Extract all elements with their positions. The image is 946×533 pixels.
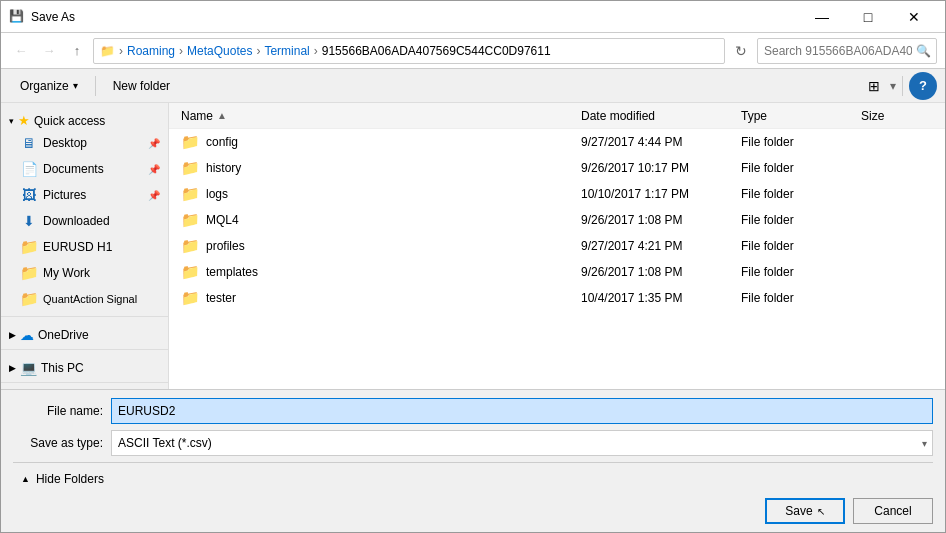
col-header-size[interactable]: Size (857, 103, 937, 128)
sidebar-item-desktop-label: Desktop (43, 136, 87, 150)
sidebar-item-downloaded[interactable]: ⬇ Downloaded (1, 208, 168, 234)
file-type: File folder (737, 265, 857, 279)
forward-button[interactable]: → (37, 39, 61, 63)
file-list-header: Name ▲ Date modified Type Size (169, 103, 945, 129)
table-row[interactable]: 📁 tester 10/4/2017 1:35 PM File folder (169, 285, 945, 311)
file-type: File folder (737, 213, 857, 227)
file-type: File folder (737, 239, 857, 253)
cancel-button[interactable]: Cancel (853, 498, 933, 524)
thispc-chevron-icon: ▶ (9, 363, 16, 373)
col-name-label: Name (181, 109, 213, 123)
breadcrumb-current: 915566BA06ADA407569C544CC0D97611 (322, 44, 551, 58)
file-type: File folder (737, 187, 857, 201)
table-row[interactable]: 📁 logs 10/10/2017 1:17 PM File folder (169, 181, 945, 207)
hide-folders-bar[interactable]: ▲ Hide Folders (13, 462, 933, 494)
sidebar-item-mywork[interactable]: 📁 My Work (1, 260, 168, 286)
sidebar-item-quantaction-label: QuantAction Signal (43, 293, 137, 305)
folder-icon: 📁 (181, 133, 200, 151)
quantaction-folder-icon: 📁 (21, 291, 37, 307)
file-name: logs (206, 187, 228, 201)
filename-input[interactable] (111, 398, 933, 424)
refresh-button[interactable]: ↻ (729, 39, 753, 63)
window-controls: — □ ✕ (799, 1, 937, 33)
file-date: 9/26/2017 1:08 PM (577, 265, 737, 279)
toolbar-separator-2 (902, 76, 903, 96)
col-header-date[interactable]: Date modified (577, 103, 737, 128)
col-date-label: Date modified (581, 109, 655, 123)
help-button[interactable]: ? (909, 72, 937, 100)
breadcrumb[interactable]: 📁 › Roaming › MetaQuotes › Terminal › 91… (93, 38, 725, 64)
folder-icon: 📁 (181, 289, 200, 307)
sidebar-item-pictures[interactable]: 🖼 Pictures 📌 (1, 182, 168, 208)
file-type: File folder (737, 135, 857, 149)
sidebar-item-quantaction[interactable]: 📁 QuantAction Signal (1, 286, 168, 312)
organize-label: Organize (20, 79, 69, 93)
minimize-button[interactable]: — (799, 1, 845, 33)
table-row[interactable]: 📁 templates 9/26/2017 1:08 PM File folde… (169, 259, 945, 285)
onedrive-icon: ☁ (20, 327, 34, 343)
quick-access-header[interactable]: ▾ ★ Quick access (1, 107, 168, 130)
sidebar-item-desktop[interactable]: 🖥 Desktop 📌 (1, 130, 168, 156)
table-row[interactable]: 📁 history 9/26/2017 10:17 PM File folder (169, 155, 945, 181)
file-type: File folder (737, 291, 857, 305)
organize-button[interactable]: Organize ▾ (9, 73, 89, 99)
col-size-label: Size (861, 109, 884, 123)
quick-access-star-icon: ★ (18, 113, 30, 128)
file-date: 10/10/2017 1:17 PM (577, 187, 737, 201)
file-date: 10/4/2017 1:35 PM (577, 291, 737, 305)
file-date: 9/26/2017 1:08 PM (577, 213, 737, 227)
file-name: MQL4 (206, 213, 239, 227)
save-label: Save (785, 504, 812, 518)
back-button[interactable]: ← (9, 39, 33, 63)
filename-label: File name: (13, 404, 103, 418)
breadcrumb-roaming[interactable]: Roaming (127, 44, 175, 58)
maximize-button[interactable]: □ (845, 1, 891, 33)
cancel-label: Cancel (874, 504, 911, 518)
quick-access-label: Quick access (34, 114, 105, 128)
sidebar-item-eurusd-label: EURUSD H1 (43, 240, 112, 254)
col-header-type[interactable]: Type (737, 103, 857, 128)
new-folder-button[interactable]: New folder (102, 73, 181, 99)
table-row[interactable]: 📁 profiles 9/27/2017 4:21 PM File folder (169, 233, 945, 259)
table-row[interactable]: 📁 config 9/27/2017 4:44 PM File folder (169, 129, 945, 155)
pin-icon: 📌 (148, 138, 160, 149)
thispc-header[interactable]: ▶ 💻 This PC (1, 354, 168, 378)
close-button[interactable]: ✕ (891, 1, 937, 33)
saveastype-select[interactable]: ASCII Text (*.csv) (111, 430, 933, 456)
saveastype-label: Save as type: (13, 436, 103, 450)
toolbar-separator (95, 76, 96, 96)
col-header-name[interactable]: Name ▲ (177, 103, 577, 128)
thispc-icon: 💻 (20, 360, 37, 376)
save-button[interactable]: Save ↖ (765, 498, 845, 524)
file-list: Name ▲ Date modified Type Size 📁 config (169, 103, 945, 389)
file-name: tester (206, 291, 236, 305)
file-name: templates (206, 265, 258, 279)
onedrive-header[interactable]: ▶ ☁ OneDrive (1, 321, 168, 345)
folder-icon: 📁 (181, 237, 200, 255)
hide-folders-label: Hide Folders (36, 472, 104, 486)
breadcrumb-metaquotes[interactable]: MetaQuotes (187, 44, 252, 58)
file-type: File folder (737, 161, 857, 175)
pin-icon-docs: 📌 (148, 164, 160, 175)
view-options-button[interactable]: ⊞ (860, 73, 888, 99)
sidebar-divider-1 (1, 316, 168, 317)
breadcrumb-icon: 📁 (100, 44, 115, 58)
folder-icon: 📁 (181, 159, 200, 177)
sidebar-item-documents[interactable]: 📄 Documents 📌 (1, 156, 168, 182)
file-date: 9/27/2017 4:21 PM (577, 239, 737, 253)
breadcrumb-terminal[interactable]: Terminal (264, 44, 309, 58)
hide-folders-chevron-icon: ▲ (21, 474, 30, 484)
search-input[interactable] (757, 38, 937, 64)
view-chevron-icon: ▾ (890, 79, 896, 93)
mywork-folder-icon: 📁 (21, 265, 37, 281)
table-row[interactable]: 📁 MQL4 9/26/2017 1:08 PM File folder (169, 207, 945, 233)
file-name: profiles (206, 239, 245, 253)
sidebar-item-eurusd[interactable]: 📁 EURUSD H1 (1, 234, 168, 260)
folder-icon: 📁 (181, 211, 200, 229)
title-bar: 💾 Save As — □ ✕ (1, 1, 945, 33)
quick-access-chevron-icon: ▾ (9, 116, 14, 126)
desktop-icon: 🖥 (21, 135, 37, 151)
documents-icon: 📄 (21, 161, 37, 177)
up-button[interactable]: ↑ (65, 39, 89, 63)
window-icon: 💾 (9, 9, 25, 25)
